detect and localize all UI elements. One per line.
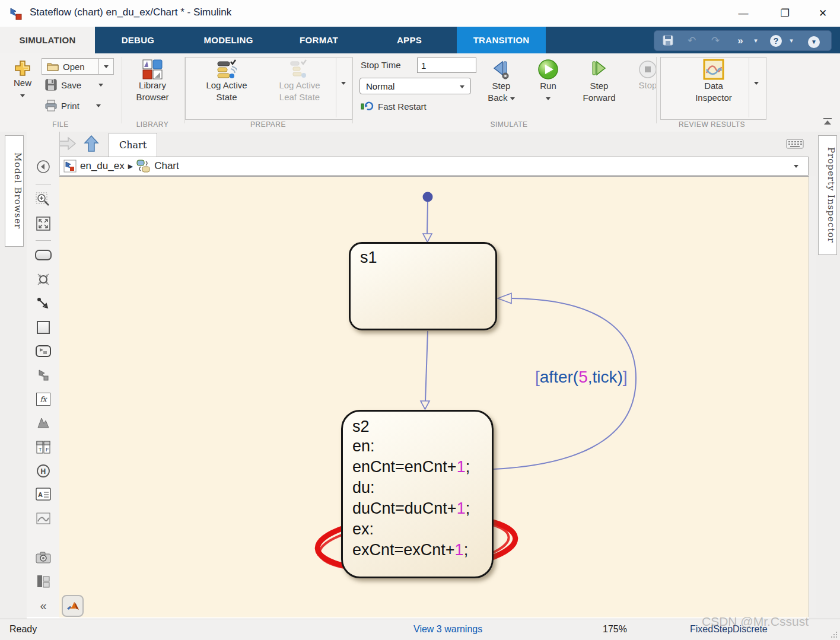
- new-button[interactable]: New: [7, 58, 38, 100]
- quick-access-toolbar: ↶ ↷ » ▾ ? ▾ ▼: [654, 30, 832, 51]
- chart-canvas[interactable]: s1 s2 en: enCnt=enCnt+1; du: duCnt=duCnt…: [59, 176, 809, 617]
- maximize-button[interactable]: ❐: [771, 5, 798, 23]
- fast-restart-button[interactable]: Fast Restart: [361, 101, 427, 112]
- initial-transition-line[interactable]: [427, 202, 428, 234]
- open-dropdown-button[interactable]: [98, 58, 114, 75]
- open-button[interactable]: Open: [42, 58, 104, 75]
- tab-transition[interactable]: TRANSITION: [457, 27, 546, 53]
- section-divider: [656, 57, 657, 123]
- close-button[interactable]: ✕: [809, 5, 836, 23]
- step-forward-icon: [588, 59, 610, 80]
- annotation-icon[interactable]: A: [34, 485, 52, 503]
- breadcrumb-caret-icon[interactable]: [794, 165, 798, 168]
- run-label: Run: [530, 80, 566, 92]
- chart-icon: [136, 160, 151, 173]
- print-icon: [45, 100, 57, 112]
- history-back-icon[interactable]: [34, 158, 52, 176]
- camera-icon[interactable]: [34, 549, 52, 566]
- data-inspector-dropdown-button[interactable]: [750, 82, 763, 85]
- library-browser-button[interactable]: Library Browser: [127, 58, 178, 103]
- history-junction-icon[interactable]: H: [34, 462, 52, 480]
- library-section-label: LIBRARY: [136, 120, 169, 129]
- navigation-row: Chart: [0, 132, 840, 157]
- collapse-tools-icon[interactable]: «: [34, 597, 52, 614]
- open-caret-icon: [104, 65, 109, 68]
- svg-text:A: A: [38, 491, 43, 498]
- linked-chart-icon[interactable]: [34, 366, 52, 384]
- review-inner-divider: [749, 58, 749, 117]
- stop-time-input[interactable]: [417, 58, 476, 73]
- matlab-function-icon[interactable]: fx: [34, 390, 52, 408]
- step-back-button[interactable]: Step Back: [481, 58, 522, 104]
- zoom-in-icon[interactable]: [34, 191, 52, 209]
- subchart-icon[interactable]: [34, 342, 52, 360]
- print-button[interactable]: Print: [45, 100, 114, 112]
- resize-grip[interactable]: [831, 631, 838, 638]
- ribbon-toggle-icon[interactable]: ▼: [805, 31, 823, 50]
- default-transition-icon[interactable]: [34, 295, 52, 313]
- breadcrumb-chart[interactable]: Chart: [154, 160, 179, 172]
- status-zoom-level: 175%: [603, 624, 627, 635]
- image-icon[interactable]: [34, 510, 52, 527]
- minimize-button[interactable]: —: [730, 5, 757, 23]
- fast-restart-icon: [361, 101, 374, 112]
- comparison-icon[interactable]: [34, 572, 52, 590]
- initial-transition-dot[interactable]: [423, 192, 433, 202]
- log-active-state-button[interactable]: Log Active State: [189, 58, 265, 103]
- nav-forward-button[interactable]: [58, 136, 77, 151]
- run-button[interactable]: Run: [530, 58, 566, 103]
- help-caret-icon[interactable]: ▾: [786, 31, 797, 50]
- nav-up-button[interactable]: [84, 135, 99, 152]
- model-browser-tab[interactable]: Model Browser: [5, 135, 24, 247]
- step-forward-button[interactable]: Step Forward: [574, 58, 624, 104]
- tab-format[interactable]: FORMAT: [276, 27, 362, 53]
- document-tab-chart[interactable]: Chart: [109, 133, 157, 157]
- state-s1[interactable]: s1: [349, 242, 497, 330]
- canvas-scrollbar[interactable]: [809, 176, 816, 617]
- property-inspector-tab[interactable]: Property Inspector: [818, 135, 837, 255]
- matlab-logo-icon: [66, 600, 79, 612]
- box-tool-icon[interactable]: [34, 319, 52, 336]
- library-browser-icon: [142, 59, 163, 79]
- section-divider: [352, 57, 353, 123]
- new-label: New: [7, 77, 38, 89]
- simulink-function-icon[interactable]: [34, 414, 52, 432]
- ribbon-tab-bar: SIMULATION DEBUG MODELING FORMAT APPS TR…: [0, 27, 840, 53]
- arrowhead-into-s1-right: [498, 294, 511, 304]
- log-active-leaf-state-button[interactable]: Log Active Leaf State: [265, 58, 335, 103]
- status-ready: Ready: [9, 624, 37, 635]
- tab-simulation[interactable]: SIMULATION: [0, 27, 95, 53]
- redo-icon[interactable]: ↷: [707, 31, 724, 50]
- undo-icon[interactable]: ↶: [683, 31, 701, 50]
- keyboard-icon[interactable]: [786, 138, 804, 149]
- step-back-label-1: Step: [481, 80, 522, 92]
- prepare-dropdown-button[interactable]: [337, 82, 350, 85]
- state-s2[interactable]: s2 en: enCnt=enCnt+1; du: duCnt=duCnt+1;…: [341, 410, 494, 578]
- simulation-mode-select[interactable]: Normal: [359, 78, 471, 94]
- transition-s1-s2[interactable]: [425, 331, 428, 401]
- shortcuts-caret-icon[interactable]: ▾: [750, 31, 761, 50]
- collapse-ribbon-button[interactable]: [822, 117, 833, 126]
- fit-to-view-icon[interactable]: [34, 215, 52, 233]
- status-warnings-link[interactable]: View 3 warnings: [413, 624, 482, 635]
- junction-tool-icon[interactable]: [34, 270, 52, 288]
- shortcuts-icon[interactable]: »: [730, 31, 750, 50]
- save-caret-icon[interactable]: [98, 84, 103, 87]
- help-icon[interactable]: ?: [768, 31, 784, 50]
- save-icon[interactable]: [659, 31, 677, 50]
- step-forward-label-1: Step: [574, 80, 624, 92]
- data-inspector-button[interactable]: Data Inspector: [674, 58, 753, 104]
- breadcrumb-model[interactable]: en_du_ex: [80, 160, 125, 172]
- tab-debug[interactable]: DEBUG: [95, 27, 181, 53]
- transition-condition-label[interactable]: [after(5,tick)]: [535, 368, 628, 387]
- tab-apps[interactable]: APPS: [362, 27, 457, 53]
- tab-modeling[interactable]: MODELING: [181, 27, 276, 53]
- step-back-caret-icon: [510, 97, 515, 100]
- symbols-pane-button[interactable]: [62, 595, 84, 617]
- state-tool-icon[interactable]: [34, 246, 52, 264]
- svg-text:T: T: [39, 447, 42, 453]
- save-button[interactable]: Save: [45, 79, 114, 91]
- open-folder-icon: [47, 62, 59, 71]
- truth-table-icon[interactable]: TF: [34, 438, 52, 456]
- print-caret-icon[interactable]: [96, 104, 101, 107]
